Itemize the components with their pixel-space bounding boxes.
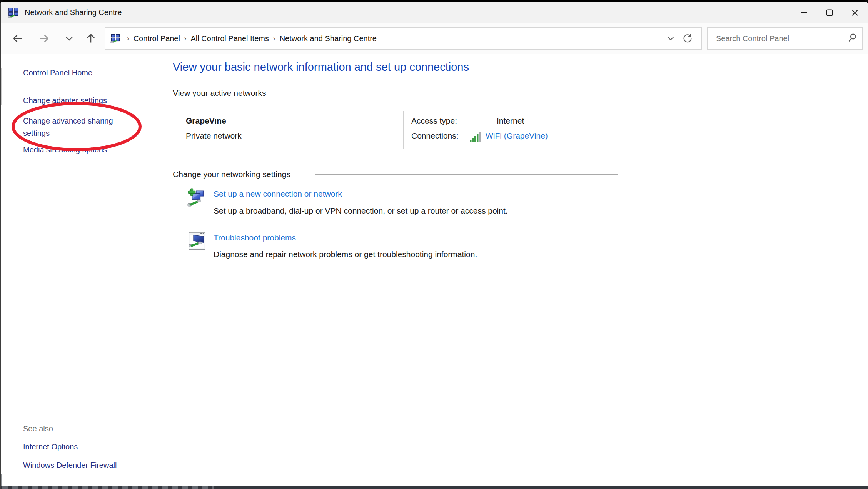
window-top-border (0, 0, 868, 2)
sidebar-item-control-panel-home[interactable]: Control Panel Home (23, 68, 92, 77)
minimize-button[interactable] (791, 2, 817, 23)
settings-section-title: Change your networking settings (173, 170, 290, 179)
search-input[interactable] (715, 34, 848, 43)
arrow-left-icon (12, 33, 23, 44)
window-left-border (0, 0, 1, 489)
breadcrumb-separator: › (180, 35, 191, 42)
arrow-right-icon (38, 33, 50, 44)
breadcrumb-app-icon (110, 33, 120, 43)
bottom-edge-artifact (0, 486, 868, 489)
access-type-label: Access type: (411, 116, 457, 125)
recent-pages-button[interactable] (61, 30, 78, 47)
sidebar-item-change-advanced-sharing-settings[interactable]: Change advanced sharing settings (23, 115, 115, 139)
network-app-icon (8, 7, 19, 18)
setup-connection-link[interactable]: Set up a new connection or network (214, 189, 342, 199)
troubleshoot-problems-link[interactable]: Troubleshoot problems (214, 233, 296, 242)
up-button[interactable] (82, 30, 99, 47)
close-button[interactable] (842, 2, 868, 23)
see-also-label: See also (23, 424, 53, 433)
breadcrumb-item-control-panel[interactable]: Control Panel (134, 34, 180, 43)
maximize-icon (825, 8, 834, 17)
active-networks-section-title: View your active networks (173, 88, 266, 98)
window-controls (791, 2, 868, 23)
sidebar-item-media-streaming-options[interactable]: Media streaming options (23, 145, 107, 154)
close-icon (851, 8, 859, 17)
network-type: Private network (186, 131, 242, 140)
setup-connection-description: Set up a broadband, dial-up or VPN conne… (214, 206, 508, 215)
arrow-up-icon (85, 33, 97, 44)
sidebar-item-internet-options[interactable]: Internet Options (23, 442, 78, 451)
network-sharing-window: Network and Sharing Centre (0, 0, 868, 489)
chevron-down-icon (65, 34, 73, 43)
breadcrumb-separator: › (123, 35, 134, 42)
access-type-value: Internet (497, 116, 524, 125)
refresh-icon (683, 33, 693, 43)
minimize-icon (800, 8, 808, 17)
maximize-button[interactable] (817, 2, 842, 23)
address-dropdown-button[interactable] (662, 30, 679, 47)
vertical-divider (403, 111, 404, 149)
window-title: Network and Sharing Centre (25, 8, 122, 17)
section-divider (283, 93, 618, 93)
breadcrumb-item-all-items[interactable]: All Control Panel Items (191, 34, 269, 43)
page-title: View your basic network information and … (173, 61, 469, 73)
troubleshoot-description: Diagnose and repair network problems or … (214, 250, 477, 259)
back-button[interactable] (9, 30, 26, 47)
breadcrumb-item-current[interactable]: Network and Sharing Centre (280, 34, 377, 43)
search-icon[interactable] (848, 33, 857, 44)
sidebar-item-windows-defender-firewall[interactable]: Windows Defender Firewall (23, 461, 117, 470)
refresh-button[interactable] (679, 30, 696, 47)
chevron-down-icon (667, 35, 674, 42)
wifi-signal-icon (469, 132, 482, 144)
section-divider (315, 174, 618, 175)
connections-label: Connections: (411, 131, 459, 140)
background-window-text-artifact (2, 486, 214, 489)
new-connection-icon (187, 187, 206, 210)
sidebar-item-change-adapter-settings[interactable]: Change adapter settings (23, 96, 107, 105)
address-bar[interactable]: › Control Panel › All Control Panel Item… (105, 27, 702, 50)
troubleshoot-icon (188, 231, 206, 252)
network-name: GrapeVine (186, 116, 226, 125)
breadcrumb-separator: › (269, 35, 280, 42)
search-box (707, 27, 863, 50)
toolbar: › Control Panel › All Control Panel Item… (1, 23, 868, 54)
forward-button[interactable] (35, 30, 52, 47)
titlebar: Network and Sharing Centre (1, 2, 868, 23)
wifi-connection-link[interactable]: WiFi (GrapeVine) (486, 131, 548, 140)
